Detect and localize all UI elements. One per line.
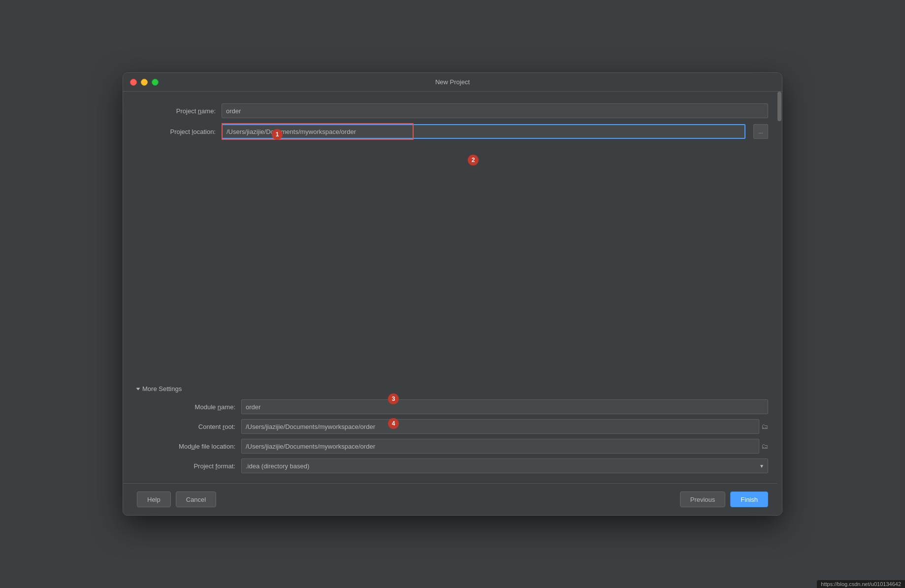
previous-button[interactable]: Previous: [680, 491, 726, 507]
module-name-row: Module name:: [137, 399, 768, 414]
project-format-label: Project format:: [137, 462, 235, 470]
module-file-input[interactable]: [241, 439, 759, 454]
project-name-input[interactable]: [222, 103, 768, 118]
content-root-browse-icon[interactable]: 🗂: [761, 423, 768, 430]
footer: Help Cancel Previous Finish: [123, 483, 782, 515]
minimize-button[interactable]: [141, 79, 148, 86]
project-location-input[interactable]: [222, 124, 745, 139]
footer-right: Previous Finish: [680, 491, 768, 507]
maximize-button[interactable]: [152, 79, 159, 86]
module-file-row: Module file location: 🗂: [137, 439, 768, 454]
more-settings-toggle[interactable]: More Settings: [137, 385, 768, 392]
module-file-wrapper: 🗂: [241, 439, 768, 454]
project-location-wrapper: [222, 124, 745, 139]
project-format-wrapper: .idea (directory based) .ipr (file based…: [241, 458, 768, 473]
spacer: [137, 145, 768, 371]
cancel-button[interactable]: Cancel: [176, 491, 216, 507]
module-name-input[interactable]: [241, 399, 768, 414]
content-root-input[interactable]: [241, 419, 759, 434]
more-settings-section: More Settings Module name: Content root:: [137, 385, 768, 473]
project-format-select[interactable]: .idea (directory based) .ipr (file based…: [241, 458, 768, 473]
finish-button[interactable]: Finish: [730, 491, 768, 507]
module-file-browse-icon[interactable]: 🗂: [761, 442, 768, 450]
triangle-icon: [136, 388, 140, 390]
scrollbar-thumb[interactable]: [777, 92, 781, 121]
close-button[interactable]: [130, 79, 137, 86]
content-root-row: Content root: 🗂: [137, 419, 768, 434]
footer-left: Help Cancel: [137, 491, 216, 507]
project-name-label: Project name:: [137, 107, 216, 115]
content-root-label: Content root:: [137, 423, 235, 430]
more-settings-content: Module name: Content root: 🗂: [137, 399, 768, 473]
browse-button[interactable]: ...: [753, 124, 768, 139]
title-bar: New Project: [123, 73, 782, 92]
new-project-window: New Project Project name: Project locati…: [123, 72, 782, 516]
help-button[interactable]: Help: [137, 491, 171, 507]
project-format-select-wrapper: .idea (directory based) .ipr (file based…: [241, 458, 768, 473]
module-name-label: Module name:: [137, 403, 235, 411]
project-location-label: Project location:: [137, 128, 216, 135]
project-location-row: Project location: ...: [137, 124, 768, 139]
module-name-wrapper: [241, 399, 768, 414]
traffic-lights: [130, 79, 159, 86]
scrollbar-track: [777, 92, 782, 515]
content-root-wrapper: 🗂: [241, 419, 768, 434]
project-format-row: Project format: .idea (directory based) …: [137, 458, 768, 473]
project-name-row: Project name:: [137, 103, 768, 118]
url-bar: https://blog.csdn.net/u010134642: [817, 580, 905, 588]
module-file-label: Module file location:: [137, 443, 235, 450]
window-title: New Project: [435, 78, 470, 86]
more-settings-label: More Settings: [142, 385, 182, 392]
window-content: Project name: Project location: ... 1 2 …: [123, 92, 782, 483]
